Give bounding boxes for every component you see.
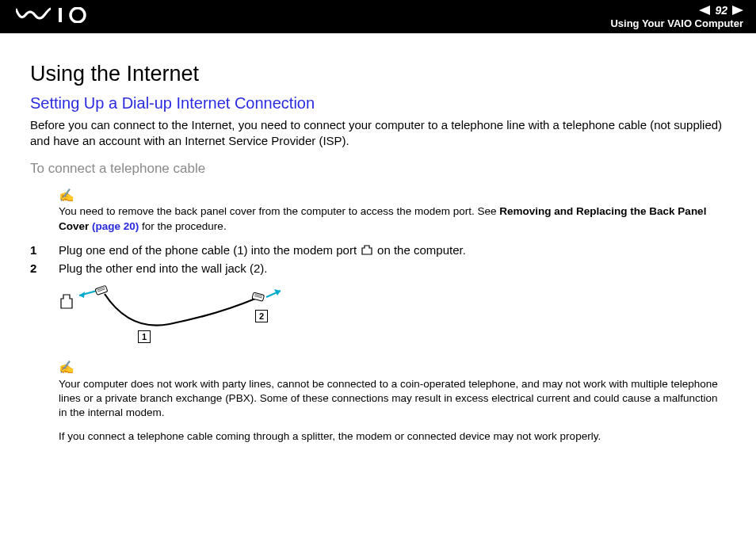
page-content: Using the Internet Setting Up a Dial-up … [0, 33, 756, 469]
page-number: 92 [715, 4, 727, 17]
diagram-label-1: 1 [138, 330, 151, 343]
step-1-text-after: on the computer. [377, 243, 466, 257]
intro-paragraph: Before you can connect to the Internet, … [30, 117, 726, 150]
step-2: 2 Plug the other end into the wall jack … [30, 261, 726, 275]
diagram-label-2: 2 [255, 310, 268, 322]
step-2-num: 2 [30, 261, 59, 275]
header-section-name: Using Your VAIO Computer [610, 17, 743, 29]
cable-diagram: 1 2 [59, 284, 288, 346]
step-1-text-before: Plug one end of the phone cable (1) into… [59, 243, 357, 257]
note-1-link[interactable]: (page 20) [92, 220, 139, 232]
vaio-logo [16, 7, 91, 26]
step-1: 1 Plug one end of the phone cable (1) in… [30, 243, 726, 257]
note-2-p2: If you connect a telephone cable coming … [59, 429, 726, 444]
step-1-num: 1 [30, 243, 59, 257]
note-2-p1: Your computer does not work with party l… [59, 377, 726, 421]
page-subtitle: Setting Up a Dial-up Internet Connection [30, 94, 726, 113]
note-block-1: ✍ You need to remove the back panel cove… [30, 188, 726, 234]
header-bar: 92 Using Your VAIO Computer [0, 0, 756, 33]
step-2-text: Plug the other end into the wall jack (2… [59, 261, 267, 275]
prev-page-arrow[interactable] [699, 6, 710, 15]
steps-list: 1 Plug one end of the phone cable (1) in… [30, 243, 726, 275]
page-title: Using the Internet [30, 62, 726, 86]
note-icon: ✍ [59, 359, 726, 376]
next-page-arrow[interactable] [732, 6, 743, 15]
note-1-suffix: for the procedure. [139, 220, 226, 232]
note-icon: ✍ [59, 188, 726, 203]
header-right: 92 Using Your VAIO Computer [610, 4, 743, 29]
note-1-prefix: You need to remove the back panel cover … [59, 205, 499, 217]
svg-rect-0 [59, 8, 62, 22]
svg-point-1 [71, 8, 85, 22]
note-1-text: You need to remove the back panel cover … [59, 205, 706, 232]
procedure-title: To connect a telephone cable [30, 161, 726, 177]
note-block-2: ✍ Your computer does not work with party… [30, 359, 726, 444]
modem-port-icon [361, 245, 372, 255]
